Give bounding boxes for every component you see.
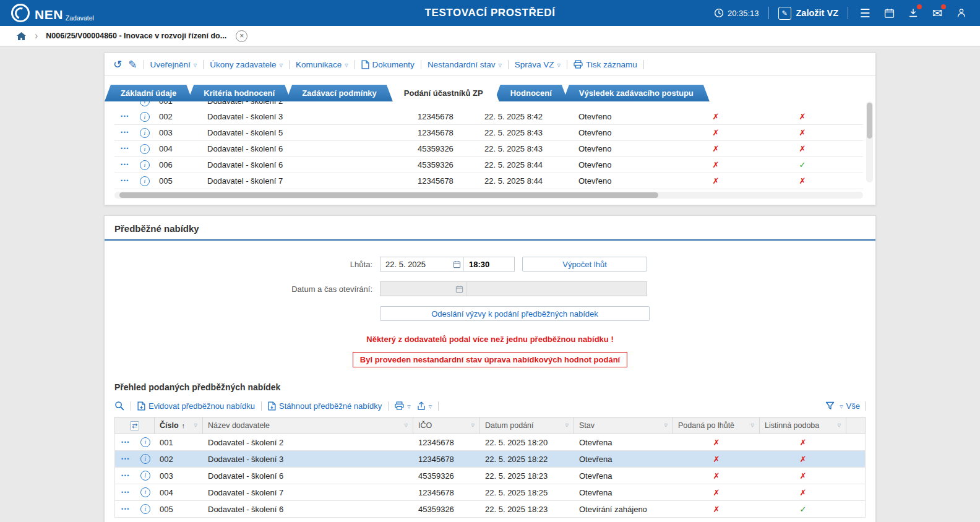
download-offers-button[interactable]: Stáhnout předběžné nabídky: [268, 401, 382, 411]
register-offer-button[interactable]: Evidovat předběžnou nabídku: [137, 401, 255, 411]
kebab-menu-icon[interactable]: •••: [121, 101, 129, 104]
filter-dropdown-icon[interactable]: ▽: [751, 423, 754, 428]
column-chooser-icon[interactable]: ⇄: [130, 421, 139, 430]
header-stav[interactable]: Stav▽: [574, 417, 673, 434]
paper-flag-icon: ✓: [799, 161, 806, 169]
menu-dokumenty[interactable]: Dokumenty: [361, 60, 415, 69]
offer-row[interactable]: ••• i 003 Dodavatel - školení 6 45359326…: [115, 468, 865, 484]
filter-dropdown-icon[interactable]: ▽: [838, 423, 841, 428]
close-record-icon[interactable]: ×: [236, 30, 247, 42]
tab-podani-ucastniku-zp[interactable]: Podání účastníků ZP: [388, 85, 499, 101]
print-offers-button[interactable]: ▽: [395, 401, 410, 410]
menu-komunikace[interactable]: Komunikace▽: [296, 60, 348, 69]
paper-flag-icon: ✗: [800, 489, 807, 497]
kebab-menu-icon[interactable]: •••: [121, 146, 129, 152]
header-nazev-dodavatele[interactable]: Název dodavatele▽: [203, 417, 413, 434]
cell-supplier: Dodavatel - školení 7: [203, 488, 413, 497]
send-invite-button[interactable]: Odeslání výzvy k podání předběžných nabí…: [380, 306, 650, 321]
vypocet-lhut-button[interactable]: Výpočet lhůt: [522, 257, 647, 272]
deadline-time-input[interactable]: 18:30: [463, 257, 514, 271]
export-icon: [417, 401, 426, 411]
cell-number: 001: [155, 438, 203, 447]
header-ico[interactable]: IČO▽: [413, 417, 480, 434]
filter-dropdown-icon[interactable]: ▽: [664, 423, 668, 428]
kebab-menu-icon[interactable]: •••: [121, 130, 129, 135]
offer-row[interactable]: ••• i 005 Dodavatel - školení 6 45359326…: [115, 501, 865, 517]
info-icon[interactable]: i: [140, 160, 150, 170]
menu-icon[interactable]: ☰: [858, 6, 872, 20]
kebab-menu-icon[interactable]: •••: [121, 456, 130, 462]
nen-logo[interactable]: [11, 4, 30, 22]
chevron-down-icon: ▽: [407, 404, 410, 409]
print-record-button[interactable]: Tisk záznamu: [574, 60, 637, 69]
row-info: i: [136, 487, 155, 497]
header-cislo[interactable]: Číslo↑▽: [155, 417, 203, 434]
kebab-menu-icon[interactable]: •••: [121, 440, 130, 445]
search-icon[interactable]: [114, 401, 124, 411]
kebab-menu-icon[interactable]: •••: [121, 507, 130, 512]
header-datum-podani[interactable]: Datum podání▽: [480, 417, 574, 434]
kebab-menu-icon[interactable]: •••: [121, 162, 129, 168]
submission-row[interactable]: ••• i 003 Dodavatel - školení 5 12345678…: [114, 125, 863, 141]
tab-hodnoceni[interactable]: Hodnocení: [494, 85, 568, 101]
info-icon[interactable]: i: [140, 504, 150, 514]
calendar-picker-icon[interactable]: [450, 260, 463, 268]
mail-icon[interactable]: ✉: [930, 6, 945, 20]
cell-supplier: Dodavatel - školení 7: [202, 176, 413, 186]
offer-row-selected[interactable]: ••• i 002 Dodavatel - školení 3 12345678…: [115, 451, 865, 468]
info-icon[interactable]: i: [140, 128, 150, 138]
horizontal-scrollbar-thumb[interactable]: [119, 192, 658, 198]
filter-dropdown-icon[interactable]: ▽: [565, 423, 569, 428]
info-icon[interactable]: i: [140, 454, 150, 464]
deadline-datetime-field[interactable]: 22. 5. 2025 18:30: [380, 257, 515, 272]
tab-zadavaci-podminky[interactable]: Zadávací podmínky: [286, 85, 393, 101]
submission-row[interactable]: ••• i 002 Dodavatel - školení 3 12345678…: [114, 109, 863, 125]
submission-row[interactable]: ••• i 004 Dodavatel - školení 6 45359326…: [114, 141, 863, 157]
header-podana-po-lhute[interactable]: Podaná po lhůtě▽: [673, 417, 760, 434]
cell-date: 22. 5. 2025 8:43: [479, 128, 574, 137]
view-filter-select[interactable]: ▽ Vše: [840, 401, 860, 411]
info-icon[interactable]: i: [140, 471, 150, 481]
submission-row[interactable]: ••• i 001 Dodavatel - školení 2: [114, 101, 863, 109]
info-icon[interactable]: i: [140, 487, 150, 497]
tab-zakladni-udaje[interactable]: Základní údaje: [105, 85, 192, 101]
tab-kriteria-hodnoceni[interactable]: Kritéria hodnocení: [187, 85, 291, 101]
vertical-scrollbar-thumb[interactable]: [867, 103, 872, 139]
submission-row[interactable]: ••• i 006 Dodavatel - školení 6 45359326…: [114, 157, 863, 173]
user-icon[interactable]: [954, 6, 969, 20]
column-chooser-cell[interactable]: ⇄: [115, 417, 155, 434]
tab-vysledek-zadavaciho-postupu[interactable]: Výsledek zadávacího postupu: [563, 85, 710, 101]
header-listinna-podoba[interactable]: Listinná podoba▽: [760, 417, 846, 434]
menu-uverejneni[interactable]: Uveřejnění▽: [150, 60, 197, 69]
menu-sprava-vz[interactable]: Správa VZ▽: [515, 60, 561, 69]
offer-row[interactable]: ••• i 004 Dodavatel - školení 7 12345678…: [115, 484, 865, 501]
offer-row[interactable]: ••• i 001 Dodavatel - školení 2 12345678…: [115, 434, 865, 451]
opening-label: Datum a čas otevírání:: [105, 285, 380, 294]
submission-row[interactable]: ••• i 005 Dodavatel - školení 7 12345678…: [114, 173, 863, 189]
kebab-menu-icon[interactable]: •••: [121, 114, 129, 119]
breadcrumb-item[interactable]: N006/25/V00004860 - Inovace v rozvoji ří…: [46, 32, 226, 40]
download-icon[interactable]: [906, 6, 921, 20]
deadline-date-input[interactable]: 22. 5. 2025: [380, 260, 450, 269]
info-icon[interactable]: i: [140, 144, 150, 154]
menu-ukony-zadavatele[interactable]: Úkony zadavatele▽: [210, 60, 283, 69]
kebab-menu-icon[interactable]: •••: [121, 490, 130, 495]
history-back-icon[interactable]: ↺: [113, 59, 122, 70]
kebab-menu-icon[interactable]: •••: [121, 473, 130, 479]
edit-record-icon[interactable]: ✎: [128, 59, 137, 70]
create-vz-button[interactable]: ✎ Založit VZ: [778, 7, 838, 20]
filter-icon[interactable]: [825, 401, 835, 410]
filter-dropdown-icon[interactable]: ▽: [194, 423, 197, 428]
calendar-icon[interactable]: [882, 6, 896, 20]
info-icon[interactable]: i: [140, 437, 150, 447]
info-icon[interactable]: i: [140, 101, 150, 106]
home-icon[interactable]: [16, 32, 27, 41]
info-icon[interactable]: i: [140, 112, 150, 122]
menu-nestandardni-stav[interactable]: Nestandardní stav▽: [428, 60, 502, 69]
paper-flag-icon: ✗: [799, 129, 806, 137]
filter-dropdown-icon[interactable]: ▽: [471, 423, 475, 428]
filter-dropdown-icon[interactable]: ▽: [405, 423, 408, 428]
info-icon[interactable]: i: [140, 176, 150, 186]
export-button[interactable]: ▽: [417, 401, 432, 411]
kebab-menu-icon[interactable]: •••: [121, 178, 129, 184]
